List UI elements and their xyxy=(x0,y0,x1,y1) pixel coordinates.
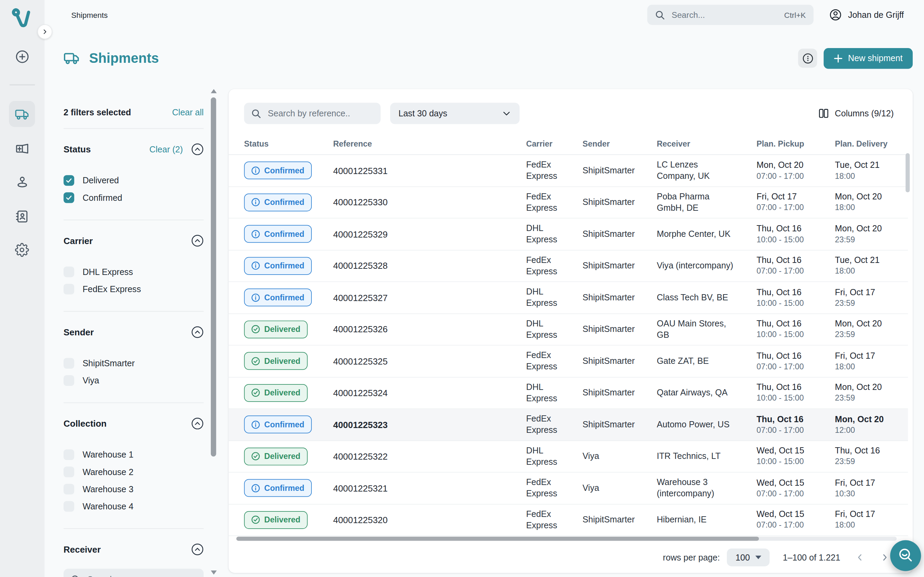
filter-option-label: Viya xyxy=(82,376,99,385)
collapse-section-button[interactable] xyxy=(191,417,204,430)
collapse-section-button[interactable] xyxy=(191,543,204,555)
checkbox[interactable] xyxy=(63,484,74,494)
filter-option[interactable]: Warehouse 4 xyxy=(63,501,204,512)
checkbox[interactable] xyxy=(63,501,74,512)
table-row[interactable]: Delivered 40001225324 DHL Express Shipit… xyxy=(229,377,908,409)
checkbox[interactable] xyxy=(63,375,74,386)
status-cell: Confirmed xyxy=(244,225,333,243)
checkbox[interactable] xyxy=(63,466,74,477)
collapse-section-button[interactable] xyxy=(191,143,204,155)
status-badge: Confirmed xyxy=(244,193,311,211)
delivery-date: Fri, Oct 17 xyxy=(835,509,901,521)
clear-all-filters-link[interactable]: Clear all xyxy=(172,108,204,117)
checkbox[interactable] xyxy=(63,284,74,295)
receiver-cell: Hibernian, IE xyxy=(657,514,757,525)
sidebar-item-address-book[interactable] xyxy=(9,203,35,229)
table-row[interactable]: Confirmed 40001225331 FedEx Express Ship… xyxy=(229,155,908,187)
sidebar-item-create-new[interactable] xyxy=(9,43,35,69)
status-badge-label: Confirmed xyxy=(264,198,305,206)
table-row[interactable]: Delivered 40001225320 FedEx Express Ship… xyxy=(229,504,908,536)
checkbox[interactable] xyxy=(63,175,74,186)
receiver-search[interactable] xyxy=(63,569,204,577)
column-header-carrier[interactable]: Carrier xyxy=(526,139,582,148)
plan-pickup-cell: Fri, Oct 17 07:00 - 17:00 xyxy=(756,191,835,213)
sidebar-item-shipments[interactable] xyxy=(9,101,35,127)
checkbox[interactable] xyxy=(63,192,74,203)
reference-search-input[interactable] xyxy=(267,108,374,119)
global-search[interactable]: Ctrl+K xyxy=(647,5,813,25)
sidebar-item-containers[interactable] xyxy=(9,135,35,161)
clear-status-filter-link[interactable]: Clear (2) xyxy=(149,145,183,154)
filter-option[interactable]: Warehouse 2 xyxy=(63,466,204,477)
global-search-input[interactable] xyxy=(671,10,779,20)
collapse-section-button[interactable] xyxy=(191,326,204,338)
column-header-status[interactable]: Status xyxy=(244,139,333,148)
scrollbar-thumb[interactable] xyxy=(211,97,216,456)
status-badge-label: Delivered xyxy=(264,388,300,397)
checkbox[interactable] xyxy=(63,449,74,460)
reference-cell: 40001225324 xyxy=(333,388,526,398)
filter-option-label: FedEx Express xyxy=(82,284,141,294)
table-row[interactable]: Delivered 40001225325 FedEx Express Ship… xyxy=(229,346,908,377)
filter-option[interactable]: DHL Express xyxy=(63,267,204,277)
table-row[interactable]: Confirmed 40001225327 DHL Express Shipit… xyxy=(229,282,908,314)
next-page-button[interactable] xyxy=(879,552,890,562)
check-icon xyxy=(65,194,73,201)
checkbox[interactable] xyxy=(63,358,74,369)
checkbox[interactable] xyxy=(63,267,74,277)
column-header-sender[interactable]: Sender xyxy=(583,139,657,148)
receiver-cell: Automo Power, US xyxy=(657,419,757,430)
table-row[interactable]: Delivered 40001225326 DHL Express Shipit… xyxy=(229,314,908,346)
table-row[interactable]: Confirmed 40001225330 FedEx Express Ship… xyxy=(229,187,908,219)
scrollbar-thumb[interactable] xyxy=(236,537,759,541)
rows-per-page-select[interactable]: 100 xyxy=(727,548,770,566)
sidebar-item-settings[interactable] xyxy=(9,237,35,263)
column-header-receiver[interactable]: Receiver xyxy=(657,139,757,148)
column-header-plan-pickup[interactable]: Plan. Pickup xyxy=(756,139,835,148)
check-circle-icon xyxy=(252,325,260,334)
page-header: Shipments New shipment xyxy=(63,45,913,71)
filter-option[interactable]: ShipitSmarter xyxy=(63,358,204,369)
column-header-reference[interactable]: Reference xyxy=(333,139,526,148)
table-vertical-scrollbar[interactable] xyxy=(905,153,909,192)
filter-option[interactable]: Delivered xyxy=(63,175,204,186)
carrier-cell: FedEx Express xyxy=(526,191,582,213)
page-options-button[interactable] xyxy=(798,49,817,68)
status-badge: Confirmed xyxy=(244,479,311,497)
status-badge: Confirmed xyxy=(244,162,311,179)
column-header-plan-delivery[interactable]: Plan. Delivery xyxy=(835,139,908,148)
delivery-time: 18:00 xyxy=(835,203,901,213)
table-horizontal-scrollbar[interactable] xyxy=(236,537,897,541)
filter-option[interactable]: FedEx Express xyxy=(63,284,204,295)
scroll-up-arrow-icon[interactable] xyxy=(211,89,217,93)
scroll-down-arrow-icon[interactable] xyxy=(211,571,217,575)
collapse-section-button[interactable] xyxy=(191,234,204,247)
support-search-fab[interactable] xyxy=(890,540,921,571)
filter-panel-scrollbar[interactable] xyxy=(211,88,217,577)
filter-option[interactable]: Warehouse 3 xyxy=(63,484,204,494)
table-row[interactable]: Confirmed 40001225328 FedEx Express Ship… xyxy=(229,250,908,282)
previous-page-button[interactable] xyxy=(855,552,865,562)
new-shipment-button[interactable]: New shipment xyxy=(824,48,913,69)
expand-sidebar-button[interactable] xyxy=(37,24,52,39)
table-row[interactable]: Confirmed 40001225323 FedEx Express Ship… xyxy=(229,409,908,441)
sidebar-item-locations[interactable] xyxy=(9,169,35,195)
filter-option[interactable]: Warehouse 1 xyxy=(63,449,204,460)
filter-option-label: Confirmed xyxy=(82,193,122,203)
receiver-cell: Warehouse 3 (intercompany) xyxy=(657,477,757,500)
check-icon xyxy=(65,177,73,184)
pickup-time: 07:00 - 17:00 xyxy=(756,520,828,531)
user-menu[interactable]: Johan de Grijff xyxy=(829,8,912,21)
table-row[interactable]: Confirmed 40001225329 DHL Express Shipit… xyxy=(229,218,908,250)
table-row[interactable]: Delivered 40001225322 DHL Express Viya I… xyxy=(229,441,908,473)
pickup-time: 10:00 - 15:00 xyxy=(756,456,828,467)
reference-search[interactable] xyxy=(244,103,381,124)
date-range-select[interactable]: Last 30 days xyxy=(390,103,519,124)
filter-option[interactable]: Viya xyxy=(63,375,204,386)
filter-option[interactable]: Confirmed xyxy=(63,192,204,203)
receiver-search-input[interactable] xyxy=(86,574,197,577)
status-badge: Delivered xyxy=(244,511,308,529)
columns-button[interactable]: Columns (9/12) xyxy=(815,108,898,119)
table-row[interactable]: Confirmed 40001225321 FedEx Express Viya… xyxy=(229,473,908,504)
pickup-date: Thu, Oct 16 xyxy=(756,255,828,266)
